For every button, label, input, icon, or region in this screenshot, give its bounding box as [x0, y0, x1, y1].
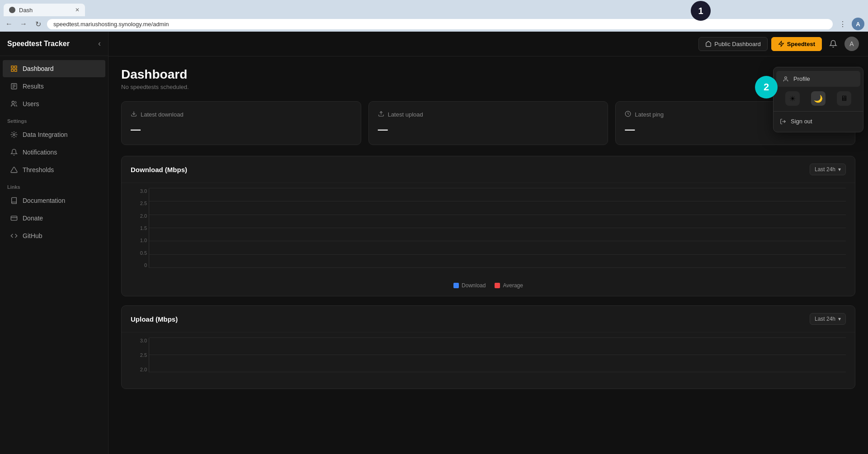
browser-actions: ⋮ A [836, 18, 864, 30]
upload-timerange-dropdown[interactable]: Last 24h ▾ [810, 313, 846, 325]
browser-profile-avatar[interactable]: A [852, 18, 864, 30]
public-dashboard-icon [705, 41, 712, 47]
sidebar: Speedtest Tracker ‹ Dashboard [0, 32, 108, 454]
annotation-circle-1: 1 [691, 1, 711, 21]
profile-icon [783, 76, 789, 82]
stat-cards: Latest download — Latest upload [121, 101, 855, 145]
documentation-icon [10, 197, 18, 205]
sidebar-item-documentation-label: Documentation [23, 197, 65, 204]
sidebar-item-results-label: Results [23, 83, 44, 90]
sidebar-item-notifications-label: Notifications [23, 149, 57, 156]
bell-icon [829, 40, 837, 48]
sidebar-item-data-integration-label: Data Integration [23, 131, 68, 138]
theme-light-btn[interactable]: ☀ [785, 91, 800, 106]
sidebar-item-results[interactable]: Results [3, 78, 105, 95]
nav-back-btn[interactable]: ← [4, 19, 14, 29]
links-section-label: Links [0, 179, 108, 192]
download-chart-title: Download (Mbps) [131, 166, 187, 173]
annotation-circle-2: 2 [755, 76, 778, 98]
download-card-value: — [131, 124, 352, 136]
main-content: Public Dashboard Speedtest A Dashboard [108, 32, 868, 454]
tab-favicon [9, 7, 15, 13]
browser-tab-active[interactable]: Dash ✕ [4, 4, 85, 16]
sidebar-item-documentation[interactable]: Documentation [3, 192, 105, 209]
average-legend-label: Average [503, 282, 523, 289]
speedtest-btn[interactable]: Speedtest [771, 37, 822, 51]
sidebar-item-github-label: GitHub [23, 232, 42, 239]
upload-timerange-label: Last 24h [815, 316, 835, 322]
svg-marker-12 [779, 41, 784, 47]
tab-title: Dash [19, 7, 33, 14]
users-icon [10, 100, 18, 108]
download-legend-average: Average [495, 282, 523, 289]
download-legend-dot [453, 283, 459, 288]
download-chart-section: Download (Mbps) Last 24h ▾ 0 0.5 1.0 1.5… [121, 156, 855, 296]
theme-dark-btn[interactable]: 🌙 [811, 91, 826, 106]
page-subtitle: No speedtests scheduled. [121, 84, 855, 90]
sign-out-icon [780, 118, 786, 125]
data-integration-icon [10, 131, 18, 139]
profile-dropdown: Profile ☀ 🌙 🖥 Sign out [773, 67, 863, 132]
download-legend-download: Download [453, 282, 486, 289]
upload-chart-area: 2.0 2.5 3.0 [131, 338, 846, 383]
topbar: Public Dashboard Speedtest A [108, 32, 868, 56]
svg-point-9 [13, 134, 15, 136]
sidebar-item-users[interactable]: Users [3, 95, 105, 112]
app-container: Speedtest Tracker ‹ Dashboard [0, 32, 868, 454]
tab-close-btn[interactable]: ✕ [75, 7, 80, 13]
sidebar-item-donate[interactable]: Donate [3, 210, 105, 227]
sidebar-item-dashboard-label: Dashboard [23, 65, 54, 72]
browser-chrome: Dash ✕ ← → ↻ ⋮ A [0, 0, 868, 32]
theme-monitor-btn[interactable]: 🖥 [837, 91, 851, 106]
settings-section-label: Settings [0, 113, 108, 126]
sign-out-btn[interactable]: Sign out [774, 113, 863, 129]
results-icon [10, 82, 18, 90]
upload-card-value: — [378, 124, 599, 136]
public-dashboard-btn[interactable]: Public Dashboard [698, 37, 768, 51]
sidebar-item-data-integration[interactable]: Data Integration [3, 126, 105, 143]
sidebar-header: Speedtest Tracker ‹ [0, 32, 108, 56]
speedtest-label: Speedtest [787, 41, 815, 47]
download-timerange-label: Last 24h [815, 166, 835, 173]
ping-card-label: Latest ping [635, 111, 664, 118]
page-title: Dashboard [121, 67, 855, 82]
average-legend-dot [495, 283, 500, 288]
profile-menu-item[interactable]: Profile [776, 71, 860, 87]
svg-rect-1 [14, 66, 17, 68]
topbar-avatar[interactable]: A [844, 37, 859, 51]
nav-reload-btn[interactable]: ↻ [33, 19, 43, 29]
sidebar-item-users-label: Users [23, 100, 39, 108]
page-content: Dashboard No speedtests scheduled. Lates [108, 56, 868, 409]
sidebar-item-thresholds[interactable]: Thresholds [3, 161, 105, 178]
sidebar-item-github[interactable]: GitHub [3, 227, 105, 244]
sign-out-label: Sign out [791, 118, 812, 125]
upload-card-label: Latest upload [388, 111, 423, 118]
app-logo: Speedtest Tracker [7, 40, 70, 48]
download-card-label: Latest download [141, 111, 184, 118]
public-dashboard-label: Public Dashboard [714, 41, 761, 47]
download-legend-label: Download [462, 282, 486, 289]
upload-chart-header: Upload (Mbps) Last 24h ▾ [122, 306, 855, 332]
sidebar-collapse-btn[interactable]: ‹ [98, 39, 101, 48]
browser-tabs: Dash ✕ [0, 0, 868, 16]
profile-menu-label: Profile [793, 75, 810, 82]
download-chart-area: 0 0.5 1.0 1.5 2.0 2.5 3.0 [131, 188, 846, 279]
download-chart-body: 0 0.5 1.0 1.5 2.0 2.5 3.0 [122, 183, 855, 296]
ping-card-icon [625, 111, 631, 118]
sidebar-item-donate-label: Donate [23, 215, 43, 222]
svg-rect-2 [11, 69, 14, 71]
sidebar-nav: Dashboard Results [0, 56, 108, 454]
upload-chart-grid [149, 338, 846, 372]
notifications-btn[interactable] [826, 36, 841, 51]
browser-menu-btn[interactable]: ⋮ [836, 18, 849, 30]
sidebar-item-notifications[interactable]: Notifications [3, 144, 105, 161]
upload-chart-section: Upload (Mbps) Last 24h ▾ 2.0 2.5 3.0 [121, 305, 855, 389]
download-timerange-dropdown[interactable]: Last 24h ▾ [810, 164, 846, 175]
sidebar-item-thresholds-label: Thresholds [23, 166, 54, 173]
nav-forward-btn[interactable]: → [18, 19, 29, 29]
speedtest-icon [778, 41, 784, 47]
upload-card-icon [378, 111, 384, 118]
url-bar[interactable] [47, 19, 833, 29]
upload-chart-title: Upload (Mbps) [131, 315, 178, 323]
sidebar-item-dashboard[interactable]: Dashboard [3, 60, 105, 77]
